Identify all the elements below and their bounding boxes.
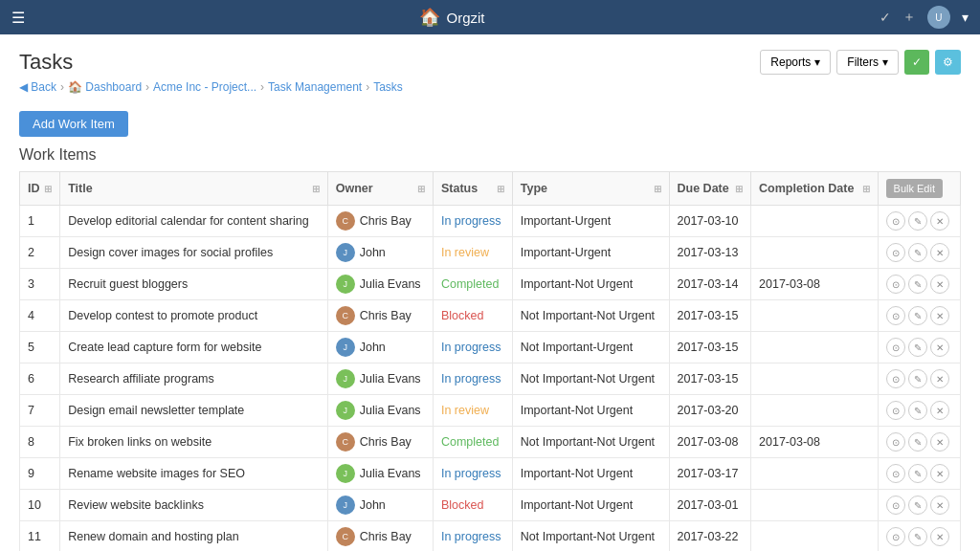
edit-action-icon[interactable]: ✎ xyxy=(908,306,927,325)
col-status-filter-icon[interactable]: ⊞ xyxy=(497,184,504,194)
cell-type: Important-Not Urgent xyxy=(512,269,669,300)
copy-action-icon[interactable]: ⊙ xyxy=(886,496,905,515)
breadcrumb-task-mgmt[interactable]: Task Management xyxy=(268,80,362,94)
copy-action-icon[interactable]: ⊙ xyxy=(886,338,905,357)
delete-action-icon[interactable]: ✕ xyxy=(930,401,949,420)
col-owner-filter-icon[interactable]: ⊞ xyxy=(417,184,425,194)
delete-action-icon[interactable]: ✕ xyxy=(930,338,949,357)
col-id-filter-icon[interactable]: ⊞ xyxy=(44,184,52,194)
owner-avatar: J xyxy=(336,369,355,388)
cell-title: Design cover images for social profiles xyxy=(60,237,328,269)
cell-id: 2 xyxy=(20,237,60,269)
table-row: 5 Create lead capture form for website J… xyxy=(20,332,961,364)
chevron-nav-icon[interactable]: ▾ xyxy=(962,10,969,25)
copy-action-icon[interactable]: ⊙ xyxy=(886,369,905,388)
breadcrumb-tasks[interactable]: Tasks xyxy=(373,80,403,94)
delete-action-icon[interactable]: ✕ xyxy=(930,275,949,294)
status-badge: In progress xyxy=(441,372,501,386)
cell-actions: ⊙ ✎ ✕ xyxy=(878,269,960,300)
green-action-button[interactable]: ✓ xyxy=(904,50,929,75)
copy-action-icon[interactable]: ⊙ xyxy=(886,527,905,546)
app-name: Orgzit xyxy=(446,10,484,26)
cell-due-date: 2017-03-08 xyxy=(669,427,751,458)
edit-action-icon[interactable]: ✎ xyxy=(908,275,927,294)
cell-owner: J Julia Evans xyxy=(327,364,433,395)
copy-action-icon[interactable]: ⊙ xyxy=(886,275,905,294)
edit-action-icon[interactable]: ✎ xyxy=(908,496,927,515)
cell-type: Important-Not Urgent xyxy=(512,395,669,427)
copy-action-icon[interactable]: ⊙ xyxy=(886,306,905,325)
cell-owner: C Chris Bay xyxy=(327,300,433,332)
owner-avatar: J xyxy=(336,496,355,515)
table-row: 1 Develop editorial calendar for content… xyxy=(20,206,961,237)
owner-avatar: C xyxy=(336,306,355,325)
cell-status: Completed xyxy=(433,269,512,300)
col-id: ID ⊞ xyxy=(20,172,60,206)
plus-nav-icon[interactable]: ＋ xyxy=(902,9,916,26)
edit-action-icon[interactable]: ✎ xyxy=(908,464,927,483)
edit-action-icon[interactable]: ✎ xyxy=(908,338,927,357)
cell-status: In progress xyxy=(433,521,512,552)
cell-title: Research affiliate programs xyxy=(60,364,328,395)
delete-action-icon[interactable]: ✕ xyxy=(930,211,949,231)
delete-action-icon[interactable]: ✕ xyxy=(930,527,949,546)
cell-status: Blocked xyxy=(433,300,512,332)
edit-action-icon[interactable]: ✎ xyxy=(908,401,927,420)
hamburger-icon[interactable]: ☰ xyxy=(11,9,25,27)
col-type-filter-icon[interactable]: ⊞ xyxy=(654,184,661,194)
delete-action-icon[interactable]: ✕ xyxy=(930,369,949,388)
status-badge: Completed xyxy=(441,435,499,449)
col-title-filter-icon[interactable]: ⊞ xyxy=(312,184,320,194)
status-badge: Blocked xyxy=(441,498,483,512)
edit-action-icon[interactable]: ✎ xyxy=(908,432,927,452)
edit-action-icon[interactable]: ✎ xyxy=(908,243,927,262)
col-due-filter-icon[interactable]: ⊞ xyxy=(735,184,743,194)
cell-due-date: 2017-03-15 xyxy=(669,332,751,364)
copy-action-icon[interactable]: ⊙ xyxy=(886,401,905,420)
breadcrumb-sep2: › xyxy=(145,80,149,94)
reports-button[interactable]: Reports ▾ xyxy=(760,50,831,75)
owner-avatar: J xyxy=(336,401,355,420)
edit-action-icon[interactable]: ✎ xyxy=(908,369,927,388)
breadcrumb-dashboard[interactable]: 🏠 Dashboard xyxy=(68,80,142,94)
delete-action-icon[interactable]: ✕ xyxy=(930,464,949,483)
col-due-date: Due Date ⊞ xyxy=(669,172,751,206)
col-actions: Bulk Edit xyxy=(878,172,960,206)
cell-due-date: 2017-03-20 xyxy=(669,395,751,427)
cell-due-date: 2017-03-15 xyxy=(669,300,751,332)
cell-actions: ⊙ ✎ ✕ xyxy=(878,490,960,521)
user-avatar-nav[interactable]: U xyxy=(927,6,950,29)
col-completion-filter-icon[interactable]: ⊞ xyxy=(862,184,870,194)
cell-actions: ⊙ ✎ ✕ xyxy=(878,395,960,427)
filters-label: Filters xyxy=(847,55,879,69)
cell-type: Important-Not Urgent xyxy=(512,490,669,521)
toolbar-right: Reports ▾ Filters ▾ ✓ ⚙ xyxy=(760,50,961,75)
blue-settings-button[interactable]: ⚙ xyxy=(935,50,961,75)
delete-action-icon[interactable]: ✕ xyxy=(930,306,949,325)
edit-action-icon[interactable]: ✎ xyxy=(908,211,927,231)
add-work-item-button[interactable]: Add Work Item xyxy=(19,111,128,137)
edit-action-icon[interactable]: ✎ xyxy=(908,527,927,546)
bulk-edit-button[interactable]: Bulk Edit xyxy=(886,179,943,198)
delete-action-icon[interactable]: ✕ xyxy=(930,243,949,262)
status-badge: In progress xyxy=(441,467,501,480)
filters-button[interactable]: Filters ▾ xyxy=(836,50,899,75)
breadcrumb-back[interactable]: ◀ Back xyxy=(19,80,56,94)
delete-action-icon[interactable]: ✕ xyxy=(930,432,949,452)
breadcrumb-project[interactable]: Acme Inc - Project... xyxy=(153,80,256,94)
cell-completion-date xyxy=(751,395,879,427)
task-table: ID ⊞ Title ⊞ Owner ⊞ xyxy=(19,171,961,551)
cell-actions: ⊙ ✎ ✕ xyxy=(878,458,960,490)
reports-chevron-icon: ▾ xyxy=(814,55,820,69)
copy-action-icon[interactable]: ⊙ xyxy=(886,432,905,452)
filters-chevron-icon: ▾ xyxy=(882,55,888,69)
copy-action-icon[interactable]: ⊙ xyxy=(886,243,905,262)
table-row: 8 Fix broken links on website C Chris Ba… xyxy=(20,427,961,458)
page-title: Tasks xyxy=(19,50,403,75)
checkmark-nav-icon[interactable]: ✓ xyxy=(880,10,891,25)
copy-action-icon[interactable]: ⊙ xyxy=(886,211,905,231)
delete-action-icon[interactable]: ✕ xyxy=(930,496,949,515)
col-completion-date: Completion Date ⊞ xyxy=(751,172,879,206)
cell-owner: J John xyxy=(327,237,433,269)
copy-action-icon[interactable]: ⊙ xyxy=(886,464,905,483)
